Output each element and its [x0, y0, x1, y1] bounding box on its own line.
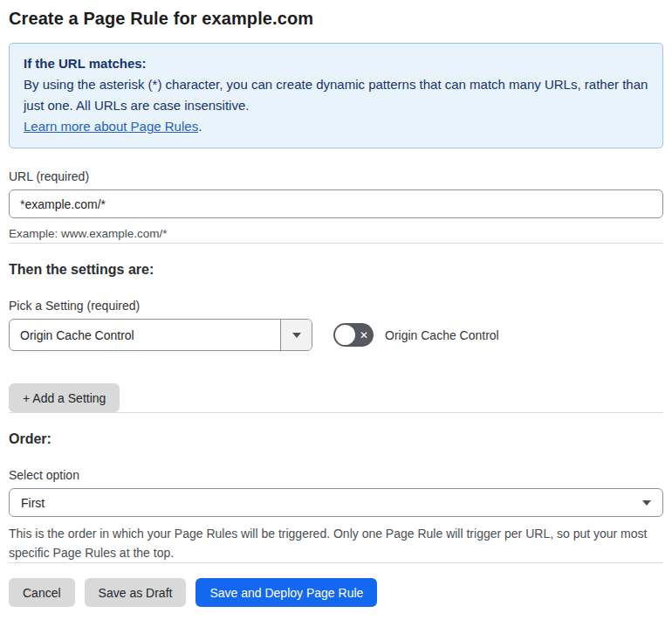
info-box-link-line: Learn more about Page Rules. [24, 116, 648, 137]
save-and-deploy-button[interactable]: Save and Deploy Page Rule [195, 578, 377, 607]
info-box-heading: If the URL matches: [24, 53, 648, 74]
setting-select-value: Origin Cache Control [10, 320, 280, 350]
url-input[interactable] [9, 189, 663, 218]
save-as-draft-button[interactable]: Save as Draft [85, 578, 187, 607]
toggle-label: Origin Cache Control [385, 328, 499, 342]
add-setting-button[interactable]: + Add a Setting [9, 383, 120, 412]
chevron-down-icon [292, 333, 301, 338]
footer-button-row: Cancel Save as Draft Save and Deploy Pag… [9, 578, 663, 607]
toggle-knob [335, 325, 355, 345]
divider [9, 562, 663, 563]
order-select-label: Select option [9, 468, 663, 482]
divider [9, 412, 663, 413]
setting-select[interactable]: Origin Cache Control [9, 319, 312, 351]
url-match-info-box: If the URL matches: By using the asteris… [9, 43, 663, 148]
create-page-rule-panel: Create a Page Rule for example.com If th… [0, 0, 672, 620]
cancel-button[interactable]: Cancel [9, 578, 75, 607]
setting-select-arrow-button[interactable] [280, 320, 312, 350]
order-select-value: First [21, 496, 642, 510]
divider [9, 243, 663, 244]
pick-setting-label: Pick a Setting (required) [9, 299, 663, 313]
info-box-body: By using the asterisk (*) character, you… [24, 74, 648, 116]
setting-row: Origin Cache Control ✕ Origin Cache Cont… [9, 319, 663, 351]
url-field-label: URL (required) [9, 169, 663, 183]
toggle-off-x-icon: ✕ [360, 323, 368, 347]
order-helper-text: This is the order in which your Page Rul… [9, 524, 659, 562]
url-example-helper: Example: www.example.com/* [9, 224, 663, 243]
chevron-down-icon [642, 500, 651, 506]
origin-cache-control-toggle[interactable]: ✕ [333, 323, 374, 347]
order-select[interactable]: First [9, 488, 663, 517]
order-section-heading: Order: [9, 431, 663, 447]
learn-more-link[interactable]: Learn more about Page Rules [24, 119, 198, 134]
settings-section-heading: Then the settings are: [9, 262, 663, 278]
page-title: Create a Page Rule for example.com [9, 9, 663, 29]
link-suffix: . [198, 119, 202, 134]
